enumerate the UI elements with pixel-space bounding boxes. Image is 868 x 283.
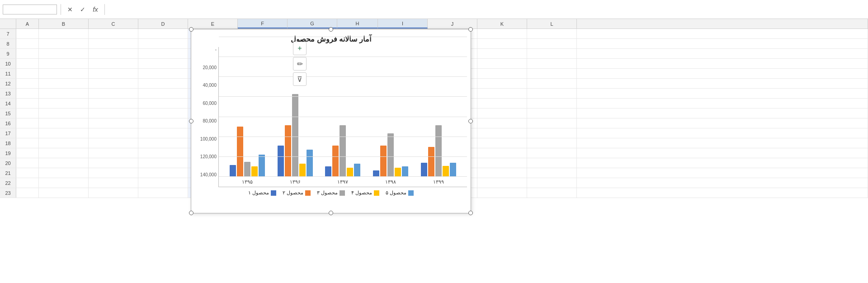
cell-A14[interactable] (16, 99, 39, 108)
col-header-c[interactable]: C (89, 19, 138, 28)
cell-B10[interactable] (39, 59, 89, 68)
cell-B23[interactable] (39, 188, 89, 198)
bar[interactable] (285, 125, 291, 177)
cell-A10[interactable] (16, 59, 39, 68)
cell-C17[interactable] (89, 128, 138, 138)
cell-L13[interactable] (527, 89, 577, 98)
handle-top-right[interactable] (468, 27, 473, 32)
col-header-f[interactable]: F (238, 19, 288, 28)
cell-C7[interactable] (89, 29, 138, 38)
cell-D20[interactable] (138, 158, 188, 168)
bar[interactable] (387, 133, 394, 177)
cell-K21[interactable] (477, 168, 527, 178)
cell-A8[interactable] (16, 39, 39, 48)
cell-L17[interactable] (527, 128, 577, 138)
col-header-l[interactable]: L (527, 19, 577, 28)
bar[interactable] (435, 125, 442, 177)
cell-A23[interactable] (16, 188, 39, 198)
handle-top-mid[interactable] (329, 27, 333, 32)
cell-A17[interactable] (16, 128, 39, 138)
col-header-b[interactable]: B (39, 19, 89, 28)
cell-C18[interactable] (89, 138, 138, 148)
cell-B21[interactable] (39, 168, 89, 178)
cell-A20[interactable] (16, 158, 39, 168)
bar[interactable] (373, 170, 379, 177)
cell-L9[interactable] (527, 49, 577, 58)
cell-C14[interactable] (89, 99, 138, 108)
add-chart-element-button[interactable]: + (293, 42, 307, 55)
bar[interactable] (340, 125, 346, 177)
cell-K9[interactable] (477, 49, 527, 58)
bar[interactable] (237, 127, 243, 177)
cell-D10[interactable] (138, 59, 188, 68)
cell-A22[interactable] (16, 178, 39, 188)
col-header-i[interactable]: I (378, 19, 428, 28)
cell-L22[interactable] (527, 178, 577, 188)
handle-top-left[interactable] (189, 27, 193, 32)
cell-L12[interactable] (527, 79, 577, 88)
cell-K13[interactable] (477, 89, 527, 98)
cell-K23[interactable] (477, 188, 527, 198)
cell-D15[interactable] (138, 108, 188, 118)
col-header-d[interactable]: D (138, 19, 188, 28)
cell-L10[interactable] (527, 59, 577, 68)
bar[interactable] (251, 166, 258, 177)
cell-B20[interactable] (39, 158, 89, 168)
cell-A11[interactable] (16, 69, 39, 78)
cell-K7[interactable] (477, 29, 527, 38)
cell-K16[interactable] (477, 118, 527, 128)
cell-C19[interactable] (89, 148, 138, 158)
cell-L8[interactable] (527, 39, 577, 48)
cell-L14[interactable] (527, 99, 577, 108)
cancel-button[interactable]: ✕ (65, 4, 75, 15)
col-header-e[interactable]: E (188, 19, 238, 28)
chart-filter-button[interactable]: ⊽ (293, 72, 307, 86)
cell-A12[interactable] (16, 79, 39, 88)
handle-bot-right[interactable] (468, 211, 473, 215)
chart-container[interactable]: آمار سالانه فروش محصول 140,000120,000100… (191, 29, 471, 213)
bar[interactable] (307, 150, 313, 177)
formula-input[interactable] (108, 5, 865, 14)
bar[interactable] (244, 162, 250, 177)
cell-K11[interactable] (477, 69, 527, 78)
cell-D21[interactable] (138, 168, 188, 178)
cell-B18[interactable] (39, 138, 89, 148)
bar[interactable] (347, 168, 353, 177)
cell-L21[interactable] (527, 168, 577, 178)
cell-K20[interactable] (477, 158, 527, 168)
bar[interactable] (354, 164, 360, 177)
cell-K17[interactable] (477, 128, 527, 138)
cell-C8[interactable] (89, 39, 138, 48)
bar[interactable] (443, 166, 449, 177)
cell-B14[interactable] (39, 99, 89, 108)
bar[interactable] (259, 155, 265, 177)
col-header-h[interactable]: H (337, 19, 378, 28)
cell-B9[interactable] (39, 49, 89, 58)
cell-C10[interactable] (89, 59, 138, 68)
bar[interactable] (230, 165, 236, 177)
cell-D17[interactable] (138, 128, 188, 138)
cell-C16[interactable] (89, 118, 138, 128)
cell-K19[interactable] (477, 148, 527, 158)
cell-L7[interactable] (527, 29, 577, 38)
cell-L15[interactable] (527, 108, 577, 118)
cell-B12[interactable] (39, 79, 89, 88)
cell-L16[interactable] (527, 118, 577, 128)
cell-K14[interactable] (477, 99, 527, 108)
bar[interactable] (380, 146, 387, 177)
cell-A9[interactable] (16, 49, 39, 58)
cell-B8[interactable] (39, 39, 89, 48)
cell-C11[interactable] (89, 69, 138, 78)
cell-A18[interactable] (16, 138, 39, 148)
cell-C15[interactable] (89, 108, 138, 118)
cell-K18[interactable] (477, 138, 527, 148)
bar[interactable] (402, 166, 408, 177)
cell-B7[interactable] (39, 29, 89, 38)
cell-C23[interactable] (89, 188, 138, 198)
cell-L11[interactable] (527, 69, 577, 78)
cell-D11[interactable] (138, 69, 188, 78)
cell-L19[interactable] (527, 148, 577, 158)
handle-bot-left[interactable] (189, 211, 193, 215)
fx-button[interactable]: fx (90, 4, 101, 15)
cell-L18[interactable] (527, 138, 577, 148)
